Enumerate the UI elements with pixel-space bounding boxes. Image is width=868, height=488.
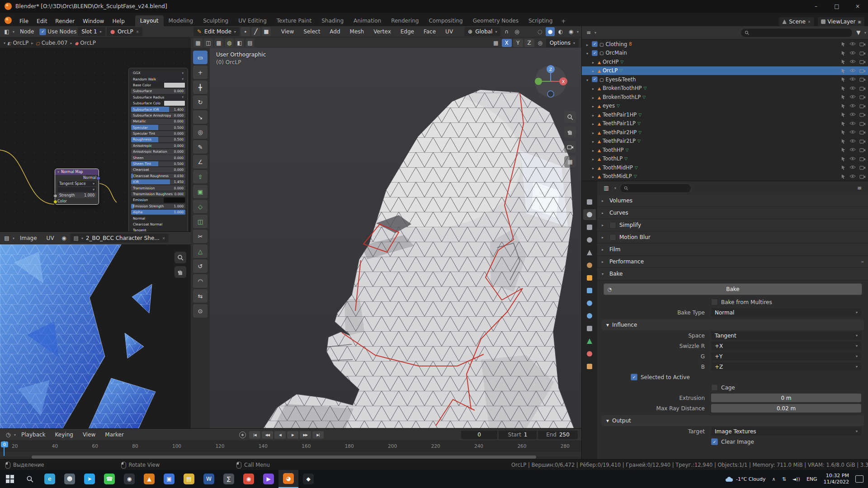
outliner-item[interactable]: ▸▾ ✓ ▢▲ OrcLP ▽ [582,66,868,75]
collapse-node-icon[interactable]: ▾ [57,170,59,174]
slot-selector[interactable]: Slot 1 ▾ [78,27,105,36]
taskbar-app-button[interactable]: ∑ [219,470,239,488]
selectable-icon[interactable] [841,121,846,126]
expand-arrow-icon[interactable]: ▸▾ [590,112,596,118]
workspace-tab[interactable]: Shading [316,15,349,26]
properties-tab[interactable] [583,197,596,207]
properties-tab[interactable] [583,361,596,372]
material-property-row[interactable]: Emission Strength 1.000 [130,203,186,209]
strength-input-socket[interactable] [53,194,57,198]
tool-button[interactable]: ↘ [193,110,208,124]
taskbar-app-button[interactable]: ☎ [99,470,119,488]
material-property-row[interactable]: Specular Tint 0.000 [130,131,186,136]
outliner-item[interactable]: ▸▾ ✓ ▢▲ TeethPair2LP ▽ [582,137,868,146]
expand-arrow-icon[interactable]: ▸▾ [590,120,596,127]
weather-widget[interactable]: -1°C Cloudy [725,476,766,482]
use-nodes-checkbox[interactable]: ✓ [39,28,46,35]
editor-type-icon[interactable]: ▥ [602,183,611,192]
material-property-row[interactable]: Metallic 0.000 [130,118,186,124]
tool-button[interactable]: ⊙ [193,304,208,318]
properties-tab[interactable] [583,310,596,321]
network-icon[interactable]: ⇅ [782,476,786,482]
influence-subpanel-header[interactable]: ▾ Influence [602,319,864,330]
render-camera-icon[interactable] [859,59,866,64]
viewport-canvas[interactable] [210,48,581,428]
selectable-icon[interactable] [841,77,846,82]
tool-button[interactable]: ⇧ [193,170,208,183]
outliner-item[interactable]: ▸▾ ✓ ▢▲ ToothLP ▽ [582,155,868,164]
options-menu-icon[interactable]: ≡ [855,183,864,192]
space-dropdown[interactable]: Tangent▾ [711,331,861,340]
frame-start-field[interactable]: Start1 [499,431,537,439]
selectable-icon[interactable] [841,156,846,161]
color-input-socket[interactable] [53,200,57,204]
properties-tab[interactable] [583,272,596,283]
selectable-icon[interactable] [841,86,846,91]
hide-eye-icon[interactable] [849,103,856,108]
viewport-menubar-item[interactable]: View [277,27,298,37]
render-camera-icon[interactable] [859,112,866,117]
hide-eye-icon[interactable] [849,68,856,73]
output-subpanel-header[interactable]: ▾ Output [602,415,864,426]
mirror-axis-button[interactable]: Y [513,39,523,47]
material-selector[interactable]: ● OrcLP × [107,27,143,36]
mode-selector[interactable]: ✎ Edit Mode ▾ [193,27,240,36]
tool-button[interactable]: ◠ [193,274,208,288]
taskbar-app-button[interactable]: ▤ [179,470,199,488]
bake-type-dropdown[interactable]: Normal▾ [711,308,861,317]
unlink-material-icon[interactable]: × [136,30,139,34]
maximize-button[interactable]: □ [826,0,847,13]
tray-expand-icon[interactable]: ∧ [772,476,776,482]
panel-header[interactable]: ▸ ✓ Performance ≡ [597,256,868,268]
uv-menubar-item[interactable]: Image [16,233,41,243]
panel-checkbox[interactable]: ✓ [609,234,616,241]
taskbar-app-button[interactable]: W [199,470,219,488]
viewport-menubar-item[interactable]: UV [441,27,457,37]
selectable-icon[interactable] [841,174,846,179]
color-swatch[interactable] [164,197,185,203]
selectable-icon[interactable] [841,42,846,47]
material-property-row[interactable]: Clearcoat Roughness 0.030 [130,173,186,179]
swizzle-dropdown[interactable]: +X▾ [711,342,861,350]
transport-button[interactable]: ◀ [274,431,286,439]
material-property-row[interactable]: Anisotropic 0.000 [130,143,186,149]
transport-button[interactable]: ▶▶ [300,431,311,439]
panel-header[interactable]: ▸ ✓ Simplify ≡ [597,219,868,231]
bake-panel-header[interactable]: ▾ Bake [597,268,868,280]
close-button[interactable]: × [847,0,868,13]
hide-eye-icon[interactable] [849,121,856,126]
hide-eye-icon[interactable] [849,156,856,161]
material-property-row[interactable]: Subsurface 0.000 [130,88,186,94]
transform-orientation-selector[interactable]: ⊕ Global ▾ [464,27,500,36]
properties-tab[interactable] [583,247,596,258]
mirror-axis-button[interactable]: X [502,39,512,47]
properties-tab[interactable] [583,348,596,359]
hide-eye-icon[interactable] [849,130,856,134]
pan-hand-icon[interactable] [564,126,576,138]
transport-button[interactable]: |◀ [249,431,260,439]
workspace-tab[interactable]: Modeling [164,15,198,26]
overlay-toggle-icon[interactable]: ▩ [214,38,223,47]
editor-type-icon[interactable]: ≡ [584,28,593,37]
hide-eye-icon[interactable] [849,112,856,117]
proportional-editing-icon[interactable]: ◎ [512,27,521,36]
render-camera-icon[interactable] [859,103,866,108]
toggle-grid-icon[interactable]: ▦ [564,156,576,168]
overlay-toggle-icon[interactable]: ◧ [235,38,244,47]
properties-tab[interactable] [583,285,596,296]
proportional-falloff-icon[interactable]: ◎ [536,38,545,47]
expand-arrow-icon[interactable]: ▸▾ [585,50,590,56]
chevron-down-icon[interactable]: ▾ [4,41,5,45]
render-camera-icon[interactable] [859,86,866,91]
material-property-row[interactable]: Alpha 1.000 [130,209,186,215]
material-property-row[interactable]: Sheen 0.000 [130,155,186,160]
material-property-row[interactable]: Clearcoat Normal [130,221,186,227]
view-layer-selector[interactable]: ViewLayer ▣ [818,17,865,26]
zoom-icon[interactable] [175,252,186,263]
expand-arrow-icon[interactable]: ▸▾ [590,147,596,153]
hide-eye-icon[interactable] [849,147,856,152]
tool-button[interactable]: ╋ [193,80,208,94]
tool-button[interactable]: ▭ [193,51,208,64]
taskbar-clock[interactable]: 10:32 PM 11/4/2022 [824,473,849,485]
expand-arrow-icon[interactable]: ▸▾ [590,67,596,74]
